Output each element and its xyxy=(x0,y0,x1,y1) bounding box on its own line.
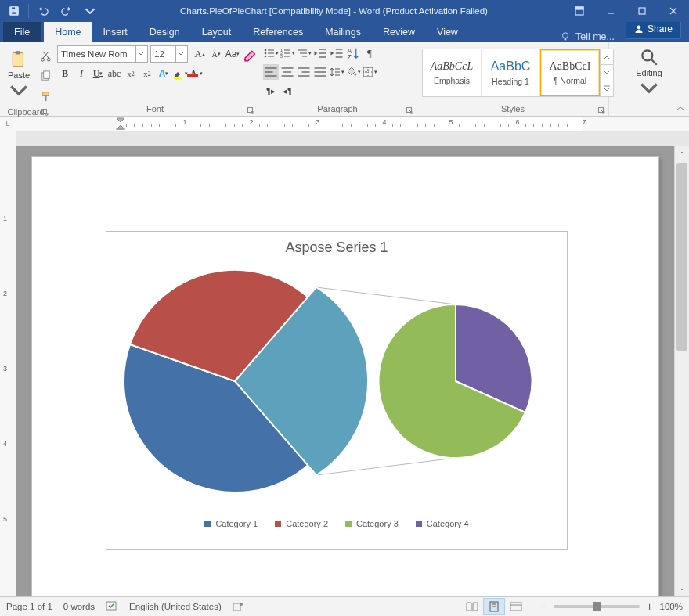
zoom-in-icon[interactable]: + xyxy=(644,600,655,613)
zoom-slider[interactable] xyxy=(554,605,640,608)
indent-marker-icon[interactable] xyxy=(116,117,125,130)
dialog-launcher-icon[interactable] xyxy=(404,105,415,116)
svg-rect-73 xyxy=(117,128,124,130)
style-heading-1[interactable]: AaBbC Heading 1 xyxy=(482,49,540,96)
superscript-icon[interactable]: x2 xyxy=(139,66,155,81)
tab-view[interactable]: View xyxy=(426,22,469,42)
macro-recording-icon[interactable] xyxy=(233,601,243,612)
sort-icon[interactable]: AZ xyxy=(345,45,361,61)
tab-mailings[interactable]: Mailings xyxy=(314,22,372,42)
maximize-icon[interactable] xyxy=(626,0,658,22)
dialog-launcher-icon[interactable] xyxy=(596,105,607,116)
tab-file[interactable]: File xyxy=(3,22,41,42)
dialog-launcher-icon[interactable] xyxy=(245,105,256,116)
tab-design[interactable]: Design xyxy=(139,22,191,42)
line-spacing-icon[interactable]: ▾ xyxy=(329,64,344,80)
word-count[interactable]: 0 words xyxy=(63,602,95,611)
svg-line-75 xyxy=(316,458,456,475)
multilevel-list-icon[interactable]: ▾ xyxy=(296,45,312,61)
horizontal-ruler[interactable]: 1234567 xyxy=(16,117,689,131)
svg-point-16 xyxy=(41,58,45,61)
document-area: 12345 Aspose Series 1 xyxy=(0,131,689,596)
style-sample: AaBbC xyxy=(491,59,531,74)
ribbon-display-options-icon[interactable] xyxy=(564,0,595,22)
zoom-out-icon[interactable]: − xyxy=(538,600,549,613)
chart-legend: Category 1 Category 2 Category 3 Categor… xyxy=(106,519,567,528)
italic-icon[interactable]: I xyxy=(74,66,89,81)
font-name-combo[interactable]: Times New Rom xyxy=(57,45,148,63)
print-layout-icon[interactable] xyxy=(483,598,505,615)
language-indicator[interactable]: English (United States) xyxy=(129,602,222,611)
show-hide-marks-icon[interactable]: ¶ xyxy=(362,45,377,61)
chevron-down-icon[interactable] xyxy=(135,46,146,62)
collapse-ribbon-icon[interactable] xyxy=(673,103,687,114)
bold-icon[interactable]: B xyxy=(57,66,73,81)
scrollbar-thumb[interactable] xyxy=(676,163,687,351)
zoom-value[interactable]: 100% xyxy=(660,602,683,611)
word-app-window: Charts.PieOfPieChart [Compatibility Mode… xyxy=(0,0,689,616)
paste-button[interactable]: Paste xyxy=(5,45,33,105)
change-case-icon[interactable]: Aa▾ xyxy=(225,46,240,62)
dialog-launcher-icon[interactable] xyxy=(39,106,50,117)
page[interactable]: Aspose Series 1 xyxy=(32,157,658,596)
svg-rect-77 xyxy=(233,603,240,611)
web-layout-icon[interactable] xyxy=(505,598,527,615)
style-normal[interactable]: AaBbCcI ¶ Normal xyxy=(540,49,600,96)
text-effects-icon[interactable]: A▾ xyxy=(156,66,171,81)
numbering-icon[interactable]: 123▾ xyxy=(280,45,295,61)
align-center-icon[interactable] xyxy=(280,64,295,80)
tab-references[interactable]: References xyxy=(242,22,314,42)
shrink-font-icon[interactable]: A▾ xyxy=(208,46,224,62)
clipboard-label: Clipboard xyxy=(0,106,52,117)
undo-icon[interactable] xyxy=(32,0,54,22)
redo-icon[interactable] xyxy=(56,0,78,22)
justify-icon[interactable] xyxy=(312,64,328,80)
grow-font-icon[interactable]: A▴ xyxy=(192,46,207,62)
tell-me[interactable]: Tell me... xyxy=(560,31,619,42)
page-indicator[interactable]: Page 1 of 1 xyxy=(6,602,52,611)
shading-icon[interactable]: ▾ xyxy=(345,64,361,80)
chart-object[interactable]: Aspose Series 1 xyxy=(106,231,568,550)
underline-icon[interactable]: U▾ xyxy=(90,66,106,81)
svg-rect-15 xyxy=(16,51,21,54)
title-bar: Charts.PieOfPieChart [Compatibility Mode… xyxy=(0,0,689,22)
qat-customize-icon[interactable] xyxy=(79,0,101,22)
vertical-ruler[interactable]: 12345 xyxy=(0,131,16,596)
align-left-icon[interactable] xyxy=(263,64,279,80)
editing-button[interactable]: Editing xyxy=(633,44,666,102)
view-buttons xyxy=(461,598,527,615)
font-size-combo[interactable]: 12 xyxy=(150,45,188,63)
align-right-icon[interactable] xyxy=(296,64,312,80)
tab-review[interactable]: Review xyxy=(372,22,426,42)
tab-layout[interactable]: Layout xyxy=(191,22,243,42)
bullets-icon[interactable]: ▾ xyxy=(263,45,279,61)
tab-home[interactable]: Home xyxy=(44,22,92,42)
style-sample: AaBbCcL xyxy=(431,60,473,73)
save-icon[interactable] xyxy=(3,0,25,22)
page-scroll-area[interactable]: Aspose Series 1 xyxy=(16,146,675,596)
vertical-scrollbar[interactable] xyxy=(674,146,689,596)
svg-rect-24 xyxy=(187,74,198,77)
font-color-icon[interactable]: A▾ xyxy=(189,66,204,81)
style-emphasis[interactable]: AaBbCcL Emphasis xyxy=(423,49,482,96)
strikethrough-icon[interactable]: abc xyxy=(106,66,122,81)
style-name-label: Emphasis xyxy=(434,76,470,85)
close-icon[interactable] xyxy=(658,0,689,22)
borders-icon[interactable]: ▾ xyxy=(362,64,377,80)
chevron-down-icon[interactable] xyxy=(175,46,186,62)
rtl-direction-icon[interactable]: ◂¶ xyxy=(280,83,295,99)
subscript-icon[interactable]: x2 xyxy=(123,66,139,81)
scroll-down-icon[interactable] xyxy=(675,582,689,596)
tab-insert[interactable]: Insert xyxy=(92,22,139,42)
read-mode-icon[interactable] xyxy=(461,598,483,615)
svg-rect-1 xyxy=(12,7,16,10)
ltr-direction-icon[interactable]: ¶▸ xyxy=(263,83,279,99)
scroll-up-icon[interactable] xyxy=(675,146,689,160)
clear-formatting-icon[interactable] xyxy=(241,46,257,62)
increase-indent-icon[interactable] xyxy=(329,45,344,61)
tell-me-label: Tell me... xyxy=(575,31,615,42)
decrease-indent-icon[interactable] xyxy=(312,45,328,61)
highlight-icon[interactable]: ▾ xyxy=(172,66,188,81)
spellcheck-icon[interactable] xyxy=(106,601,118,612)
minimize-icon[interactable] xyxy=(595,0,626,22)
